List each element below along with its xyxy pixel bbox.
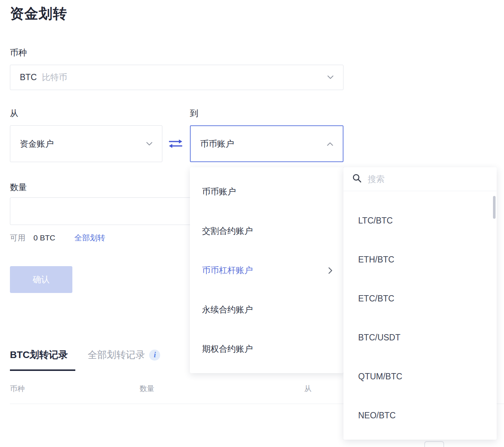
from-label: 从 [10, 108, 18, 119]
scrollbar-thumb[interactable] [493, 196, 496, 219]
trading-pair-submenu: LTC/BTC ETH/BTC ETC/BTC BTC/USDT QTUM/BT… [343, 167, 497, 440]
from-account-value: 资金账户 [20, 138, 54, 150]
pair-item-label: ETH/BTC [358, 255, 394, 265]
to-account-dropdown: 币币账户 交割合约账户 币币杠杆账户 永续合约账户 期权合约账户 [190, 167, 343, 373]
chevron-up-icon [327, 142, 333, 146]
dropdown-item-label: 永续合约账户 [202, 304, 253, 315]
available-value: 0 BTC [33, 233, 55, 242]
chevron-down-icon [146, 142, 152, 146]
active-tab-underline [10, 369, 75, 371]
available-label: 可用 [10, 233, 25, 243]
pair-list: LTC/BTC ETH/BTC ETC/BTC BTC/USDT QTUM/BT… [343, 191, 497, 435]
transfer-all-link[interactable]: 全部划转 [75, 233, 105, 243]
swap-arrows-icon[interactable] [168, 138, 183, 149]
confirm-button[interactable]: 确认 [10, 266, 72, 293]
dropdown-item-margin-account[interactable]: 币币杠杆账户 [190, 251, 343, 290]
chevron-down-icon [327, 75, 334, 79]
dropdown-item-futures-account[interactable]: 交割合约账户 [190, 211, 343, 251]
partial-bottom-button[interactable] [424, 441, 444, 447]
currency-select[interactable]: BTC 比特币 [10, 65, 343, 90]
pair-item-qtum-btc[interactable]: QTUM/BTC [343, 357, 497, 396]
dropdown-item-options-account[interactable]: 期权合约账户 [190, 329, 343, 369]
pair-item-neo-btc[interactable]: NEO/BTC [343, 396, 497, 435]
pair-item-label: ETC/BTC [358, 294, 394, 304]
page-title: 资金划转 [10, 4, 67, 23]
from-account-select[interactable]: 资金账户 [10, 125, 162, 162]
dropdown-item-label: 币币账户 [202, 186, 236, 197]
pair-item-ltc-btc[interactable]: LTC/BTC [343, 201, 497, 240]
amount-label: 数量 [10, 182, 27, 193]
currency-code: BTC [20, 72, 37, 82]
dropdown-item-spot-account[interactable]: 币币账户 [190, 172, 343, 211]
column-header-from: 从 [304, 384, 312, 394]
dropdown-item-perpetual-account[interactable]: 永续合约账户 [190, 290, 343, 329]
to-account-select[interactable]: 币币账户 [190, 125, 343, 162]
currency-name: 比特币 [42, 72, 67, 83]
pair-item-etc-btc[interactable]: ETC/BTC [343, 279, 497, 318]
available-row: 可用 0 BTC 全部划转 [10, 233, 105, 243]
to-label: 到 [190, 108, 198, 119]
records-tabs: BTC划转记录 全部划转记录 i [10, 348, 160, 361]
to-account-value: 币币账户 [200, 138, 234, 150]
dropdown-item-label: 币币杠杆账户 [202, 265, 253, 276]
pair-item-label: QTUM/BTC [358, 372, 402, 382]
dropdown-item-label: 期权合约账户 [202, 343, 253, 355]
tab-btc-transfer-records[interactable]: BTC划转记录 [10, 348, 68, 361]
column-header-amount: 数量 [140, 384, 154, 394]
pair-item-eth-btc[interactable]: ETH/BTC [343, 240, 497, 279]
dropdown-item-label: 交割合约账户 [202, 225, 253, 237]
pair-item-label: NEO/BTC [358, 411, 396, 421]
pair-search-bar [343, 167, 497, 191]
funds-transfer-page: 资金划转 币种 BTC 比特币 从 资金账户 到 币币账户 数量 可用 0 BT… [0, 0, 504, 447]
pair-item-label: LTC/BTC [358, 216, 393, 226]
info-icon[interactable]: i [149, 350, 160, 361]
currency-label: 币种 [10, 47, 27, 58]
pair-item-btc-usdt[interactable]: BTC/USDT [343, 318, 497, 357]
pair-search-input[interactable] [368, 174, 478, 184]
pair-item-label: BTC/USDT [358, 333, 400, 343]
column-header-currency: 币种 [10, 384, 25, 394]
search-icon [352, 174, 362, 185]
tab-all-transfer-records[interactable]: 全部划转记录 [87, 348, 145, 361]
chevron-right-icon [328, 267, 332, 274]
